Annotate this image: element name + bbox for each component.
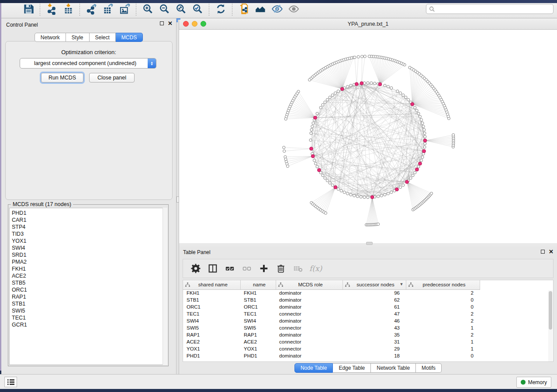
delete-column-button[interactable] [273,261,288,276]
panel-menu-button[interactable] [4,377,17,387]
table-row[interactable]: FKH1FKH1dominator962 [183,289,550,296]
column-type-icon [185,282,190,287]
table-row[interactable]: ACE2ACE2connector311 [183,338,550,345]
table-row[interactable]: PHD1PHD1dominator180 [183,352,550,359]
save-session-button[interactable] [21,2,35,16]
search-icon [429,6,435,12]
search-input[interactable] [437,6,550,12]
node-table-body: FKH1FKH1dominator962STB1STB1dominator620… [183,289,550,359]
table-row[interactable]: SWI4SWI4dominator462 [183,317,550,324]
table-row[interactable]: STB1STB1dominator620 [183,296,550,303]
sort-descending-icon: ▼ [400,282,404,286]
mcds-result-item[interactable]: PHD1 [12,210,163,217]
tab-edge-table[interactable]: Edge Table [333,363,371,373]
close-panel-button[interactable]: Close panel [89,73,135,83]
open-session-button[interactable] [5,2,19,16]
mcds-result-item[interactable]: FKH1 [12,265,163,272]
new-network-from-selection-button[interactable] [237,2,251,16]
network-window-titlebar[interactable]: YPA_prune.txt_1 [179,18,557,30]
zoom-fit-icon [175,3,187,15]
criterion-dropdown[interactable]: largest connected component (undirected)… [20,58,156,69]
table-row[interactable]: SWI5SWI5connector431 [183,324,550,331]
mcds-result-item[interactable]: ACE2 [12,272,163,279]
tab-network[interactable]: Network [35,33,66,42]
select-all-button[interactable] [222,261,237,276]
import-network-button[interactable] [45,2,59,16]
hide-selected-button[interactable] [270,2,284,16]
first-neighbors-button[interactable] [253,2,267,16]
network-window-title: YPA_prune.txt_1 [179,21,557,27]
table-row[interactable]: TEC1TEC1connector472 [183,310,550,317]
eye-slash-icon [271,3,283,15]
mcds-result-item[interactable]: SWI4 [12,244,163,251]
add-column-button[interactable] [256,261,271,276]
horizontal-splitter[interactable] [179,243,557,247]
mcds-result-item[interactable]: STB1 [12,300,163,307]
table-row[interactable]: YOX1YOX1connector291 [183,345,550,352]
table-row[interactable]: RAP1RAP1dominator352 [183,331,550,338]
table-panel-title: Table Panel [183,249,211,255]
columns-icon [208,264,218,273]
zoom-selected-button[interactable] [190,2,204,16]
mcds-result-group: MCDS result (17 nodes) PHD1CAR1STP4TID3Y… [8,204,169,366]
export-table-button[interactable] [101,2,115,16]
mcds-list-scrollbar[interactable] [163,208,167,365]
table-settings-button[interactable] [188,261,203,276]
network-graph[interactable] [179,30,557,243]
mcds-result-item[interactable]: TID3 [12,230,163,237]
toolbar-separator [80,3,80,16]
float-panel-icon[interactable] [541,250,545,254]
zoom-in-button[interactable] [141,2,155,16]
export-network-icon [86,3,97,15]
mcds-result-item[interactable]: GCR1 [12,321,163,328]
mcds-result-item[interactable]: TEC1 [12,314,163,321]
run-mcds-button[interactable]: Run MCDS [41,73,83,83]
close-panel-icon[interactable]: ✕ [549,250,554,254]
export-network-button[interactable] [84,2,98,16]
criterion-dropdown-value: largest connected component (undirected) [20,60,148,66]
mcds-result-item[interactable]: YOX1 [12,237,163,244]
mcds-result-item[interactable]: RAP1 [12,293,163,300]
export-image-button[interactable] [118,2,131,16]
function-builder-button[interactable]: f(x) [309,264,322,273]
mcds-result-item[interactable]: STP4 [12,224,163,230]
column-header-name[interactable]: name [240,280,276,289]
close-panel-icon[interactable]: ✕ [168,21,173,25]
column-header-predecessor-nodes[interactable]: predecessor nodes [406,280,480,289]
table-scrollbar[interactable] [548,290,553,362]
column-header-shared-name[interactable]: shared name [183,280,240,289]
tab-select[interactable]: Select [90,33,116,42]
table-row[interactable]: ORC1ORC1dominator610 [183,303,550,310]
show-all-button[interactable] [287,2,301,16]
mcds-result-item[interactable]: ORC1 [12,286,163,293]
tab-mcds[interactable]: MCDS [116,33,143,42]
table-scrollbar-thumb[interactable] [549,291,552,330]
splitter-handle[interactable] [366,242,373,245]
zoom-fit-button[interactable] [174,2,188,16]
mcds-result-item[interactable]: SWI5 [12,307,163,314]
memory-button[interactable]: Memory [516,377,551,388]
tab-style[interactable]: Style [66,33,90,42]
zoom-out-button[interactable] [157,2,171,16]
delete-table-button[interactable] [291,261,305,276]
delete-table-icon [293,264,303,273]
tab-network-table[interactable]: Network Table [371,363,416,373]
status-bar: Memory [0,374,557,389]
mcds-result-item[interactable]: PMA2 [12,258,163,265]
list-icon [7,379,14,385]
mcds-result-item[interactable]: STB5 [12,279,163,286]
network-view-canvas[interactable] [179,30,557,243]
apply-layout-button[interactable] [214,2,228,16]
tab-node-table[interactable]: Node Table [294,363,333,373]
table-toolbar: f(x) [183,259,554,278]
control-panel-title: Control Panel [6,22,38,28]
mcds-result-item[interactable]: SRD1 [12,251,163,258]
tab-motifs[interactable]: Motifs [416,363,442,373]
column-header-mcds-role[interactable]: MCDS role [276,280,343,289]
float-panel-icon[interactable] [160,21,164,25]
unselect-all-button[interactable] [239,261,254,276]
column-header-successor-nodes[interactable]: successor nodes ▼ [343,280,406,289]
import-table-button[interactable] [61,2,75,16]
mcds-result-item[interactable]: CAR1 [12,217,163,224]
show-columns-button[interactable] [205,261,220,276]
